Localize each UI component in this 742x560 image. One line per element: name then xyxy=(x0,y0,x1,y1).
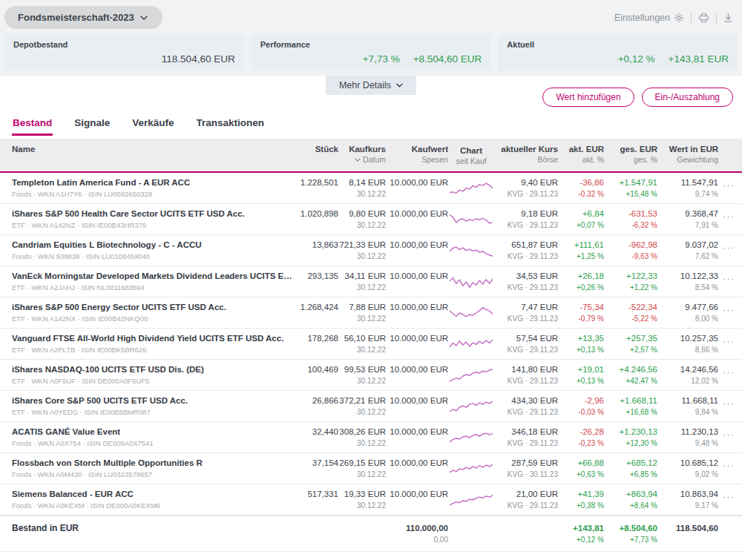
table-row[interactable]: Candriam Equities L Biotechnology - C - … xyxy=(0,235,742,266)
fund-meta: Fonds · WKN 939838 · ISIN LU0108459040 xyxy=(12,251,298,261)
row-menu-button[interactable]: ··· xyxy=(718,240,735,252)
ges-pct-value: -9,63 % xyxy=(604,251,657,261)
table-row[interactable]: iShares S&P 500 Energy Sector UCITS ETF … xyxy=(0,297,742,329)
aktueller-kurs-value: 9,18 EUR xyxy=(494,208,558,220)
col-ges-eur: ges. EUR xyxy=(604,144,657,154)
fund-name-link[interactable]: Candriam Equities L Biotechnology - C - … xyxy=(12,240,298,251)
stueck-value: 293,135 xyxy=(298,271,338,282)
table-row[interactable]: Siemens Balanced - EUR ACC Fonds · WKN A… xyxy=(0,484,742,515)
table-row[interactable]: VanEck Morningstar Developed Markets Div… xyxy=(0,266,742,297)
sparkline-chart[interactable] xyxy=(448,395,494,416)
chevron-down-icon xyxy=(396,83,403,88)
kaufkurs-value: 269,15 EUR xyxy=(338,458,386,469)
kaufkurs-value: 19,33 EUR xyxy=(338,489,386,500)
bestand-total-row: Bestand in EUR 110.000,00 0,00 +143,81 +… xyxy=(0,515,742,552)
row-menu-button[interactable]: ··· xyxy=(718,426,735,439)
fund-meta: ETF · WKN A142NX · ISIN IE00B42NKQ00 xyxy=(12,314,298,323)
deposit-withdraw-button[interactable]: Ein-/Auszahlung xyxy=(642,88,733,107)
stueck-value: 1.020,898 xyxy=(298,208,338,220)
print-button[interactable] xyxy=(698,13,709,23)
total-ges-pct: +7,73 % xyxy=(604,535,657,544)
sparkline-chart[interactable] xyxy=(448,333,494,354)
akt-eur-value: +26,18 xyxy=(558,271,604,282)
boerse-value: KVG · 29.11.23 xyxy=(494,407,558,417)
sparkline-chart[interactable] xyxy=(448,364,494,385)
download-button[interactable] xyxy=(723,13,733,23)
ges-eur-value: +1.230,13 xyxy=(604,426,657,438)
akt-eur-value: -75,34 xyxy=(558,302,604,313)
col-wert: Wert in EUR xyxy=(657,144,718,154)
stueck-value: 178,268 xyxy=(298,333,338,344)
akt-eur-value: +13,35 xyxy=(558,333,604,344)
fund-name-link[interactable]: Templeton Latin America Fund - A EUR ACC xyxy=(12,177,298,188)
wert-value: 10.122,33 xyxy=(657,271,718,282)
tab-transaktionen[interactable]: Transaktionen xyxy=(196,114,266,136)
akt-pct-value: -0,79 % xyxy=(558,314,604,323)
sparkline-chart[interactable] xyxy=(448,177,494,198)
aktueller-kurs-value: 346,18 EUR xyxy=(494,426,558,438)
table-row[interactable]: iShares S&P 500 Health Care Sector UCITS… xyxy=(0,204,742,235)
fund-name-link[interactable]: Flossbach von Storch Multiple Opportunit… xyxy=(12,458,298,469)
sparkline-chart[interactable] xyxy=(448,489,494,510)
sparkline-chart[interactable] xyxy=(448,426,494,447)
sparkline-chart[interactable] xyxy=(448,302,494,323)
table-row[interactable]: Flossbach von Storch Multiple Opportunit… xyxy=(0,453,742,484)
col-kaufkurs[interactable]: Kaufkurs Datum xyxy=(338,144,386,165)
row-menu-button[interactable]: ··· xyxy=(718,302,735,314)
fund-name-link[interactable]: iShares S&P 500 Health Care Sector UCITS… xyxy=(12,208,298,220)
more-details-button[interactable]: Mehr Details xyxy=(326,76,416,95)
fund-name-link[interactable]: ACATIS GANÉ Value Event xyxy=(12,426,298,438)
ges-pct-value: -6,32 % xyxy=(604,220,657,230)
gewichtung-value: 9,74 % xyxy=(657,189,718,199)
table-row[interactable]: iShares NASDAQ-100 UCITS ETF USD Dis. (D… xyxy=(0,360,742,391)
portfolio-selector[interactable]: Fondsmeisterschaft-2023 xyxy=(4,6,162,29)
settings-button[interactable]: Einstellungen xyxy=(614,13,684,23)
row-menu-button[interactable]: ··· xyxy=(718,489,735,501)
ges-pct-value: +6,85 % xyxy=(604,470,657,479)
sparkline-chart[interactable] xyxy=(448,240,494,260)
ges-pct-value: +12,30 % xyxy=(604,438,657,448)
fund-name-link[interactable]: Vanguard FTSE All-World High Dividend Yi… xyxy=(12,333,298,344)
sparkline-chart[interactable] xyxy=(448,458,494,478)
kauf-datum: 30.12.22 xyxy=(338,376,386,386)
tab-verkaeufe[interactable]: Verkäufe xyxy=(131,114,174,136)
fund-name-link[interactable]: iShares Core S&P 500 UCITS ETF USD Acc. xyxy=(12,395,298,406)
stueck-value: 517,331 xyxy=(298,489,338,500)
tab-bestand[interactable]: Bestand xyxy=(12,114,53,136)
row-menu-button[interactable]: ··· xyxy=(718,458,735,470)
row-menu-button[interactable]: ··· xyxy=(718,271,735,283)
gewichtung-value: 12,02 % xyxy=(657,376,718,386)
performance-card: Performance +7,73 % +8.504,60 EUR xyxy=(252,35,491,70)
table-row[interactable]: iShares Core S&P 500 UCITS ETF USD Acc. … xyxy=(0,391,742,422)
sparkline-chart[interactable] xyxy=(448,271,494,291)
kauf-datum: 30.12.22 xyxy=(338,189,386,199)
row-menu-button[interactable]: ··· xyxy=(718,364,735,377)
fund-name-link[interactable]: iShares NASDAQ-100 UCITS ETF USD Dis. (D… xyxy=(12,364,298,375)
row-menu-button[interactable]: ··· xyxy=(718,177,735,190)
aktuell-pct: +0,12 % xyxy=(618,53,655,65)
details-actions-bar: Mehr Details Wert hinzufügen Ein-/Auszah… xyxy=(0,76,742,110)
fund-name-link[interactable]: VanEck Morningstar Developed Markets Div… xyxy=(12,271,298,282)
col-akt-eur: akt. EUR xyxy=(558,144,604,154)
table-row[interactable]: Templeton Latin America Fund - A EUR ACC… xyxy=(0,173,742,204)
total-akt-eur: +143,81 xyxy=(558,523,604,534)
tab-bar: Bestand Signale Verkäufe Transaktionen xyxy=(0,110,742,136)
fund-name-link[interactable]: iShares S&P 500 Energy Sector UCITS ETF … xyxy=(12,302,298,313)
row-menu-button[interactable]: ··· xyxy=(718,208,735,221)
aktueller-kurs-value: 57,54 EUR xyxy=(494,333,558,344)
sparkline-chart[interactable] xyxy=(448,208,494,229)
aktuell-card: Aktuell +0,12 % +143,81 EUR xyxy=(498,35,738,70)
summary-cards: Depotbestand 118.504,60 EUR Performance … xyxy=(4,35,738,70)
boerse-value: KVG · 29.11.23 xyxy=(494,501,558,510)
barbestand-row: Barbestand 0,00 xyxy=(0,552,742,560)
gear-icon xyxy=(674,13,684,23)
tab-signale[interactable]: Signale xyxy=(73,114,111,136)
row-menu-button[interactable]: ··· xyxy=(718,333,735,346)
sparkline-icon xyxy=(450,210,493,229)
table-row[interactable]: ACATIS GANÉ Value Event Fonds · WKN A0X7… xyxy=(0,422,742,453)
sparkline-icon xyxy=(450,366,493,385)
fund-name-link[interactable]: Siemens Balanced - EUR ACC xyxy=(12,489,298,500)
table-row[interactable]: Vanguard FTSE All-World High Dividend Yi… xyxy=(0,329,742,360)
row-menu-button[interactable]: ··· xyxy=(718,395,735,408)
add-value-button[interactable]: Wert hinzufügen xyxy=(542,88,634,107)
